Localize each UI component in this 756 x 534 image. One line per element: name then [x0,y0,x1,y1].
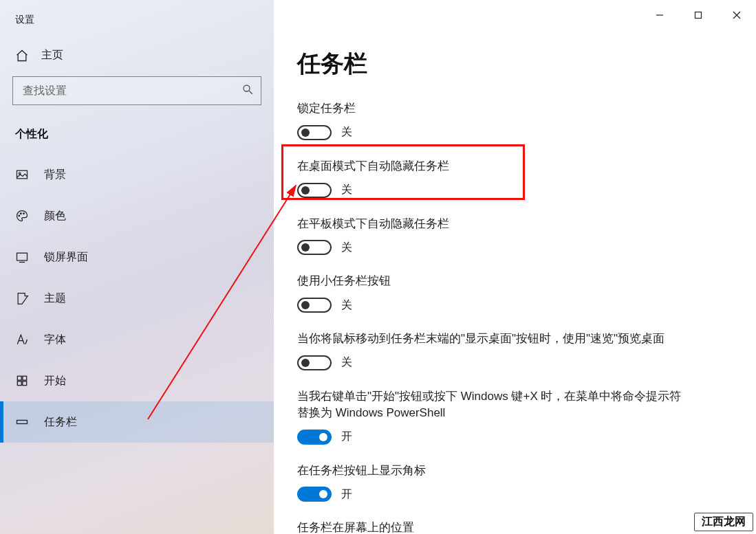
svg-rect-10 [17,376,21,380]
sidebar-item-start[interactable]: 开始 [0,360,274,401]
minimize-button[interactable] [640,0,679,30]
maximize-button[interactable] [679,0,717,30]
window-title: 设置 [15,14,34,26]
setting-label: 在桌面模式下自动隐藏任务栏 [297,158,682,175]
toggle-state: 关 [341,298,352,313]
setting-label: 在平板模式下自动隐藏任务栏 [297,216,682,232]
home-label: 主页 [41,48,63,63]
watermark: 江西龙网 [694,513,753,531]
sidebar-item-taskbar[interactable]: 任务栏 [0,401,274,443]
toggle-switch[interactable] [297,240,332,255]
setting-item: 当我右键单击"开始"按钮或按下 Windows 键+X 时，在菜单中将命令提示符… [297,388,735,445]
search-input[interactable] [23,85,241,97]
setting-item: 在桌面模式下自动隐藏任务栏关 [297,158,735,198]
font-icon [15,333,34,346]
toggle-switch[interactable] [297,125,332,140]
sidebar: 设置 主页 个性化 背景 [0,0,274,534]
search-box[interactable] [12,76,261,105]
toggle-state: 关 [341,355,352,370]
page-title: 任务栏 [297,48,735,80]
taskbar-position-setting: 任务栏在屏幕上的位置 [297,520,735,534]
toggle-state: 关 [341,241,352,255]
image-icon [15,168,34,181]
setting-label: 使用小任务栏按钮 [297,273,682,289]
svg-rect-7 [17,253,28,260]
sidebar-item-lockscreen[interactable]: 锁屏界面 [0,236,274,278]
setting-item: 当你将鼠标移动到任务栏末端的"显示桌面"按钮时，使用"速览"预览桌面关 [297,331,735,370]
toggle-switch[interactable] [297,298,332,313]
sidebar-item-label: 开始 [44,374,66,388]
svg-rect-14 [17,421,28,424]
search-icon [241,83,254,98]
sidebar-item-colors[interactable]: 颜色 [0,195,274,236]
svg-point-3 [19,173,21,175]
toggle-switch[interactable] [297,430,332,445]
svg-point-5 [21,213,22,214]
sidebar-item-background[interactable]: 背景 [0,154,274,195]
setting-item: 使用小任务栏按钮关 [297,273,735,313]
palette-icon [15,209,34,223]
sidebar-item-label: 背景 [44,168,66,182]
start-icon [15,374,34,388]
sidebar-item-label: 颜色 [44,209,66,223]
svg-point-4 [19,215,20,216]
toggle-state: 关 [341,183,352,197]
lockscreen-icon [15,250,34,264]
sidebar-item-label: 主题 [44,291,66,306]
taskbar-icon [15,415,34,429]
svg-rect-12 [17,381,21,386]
setting-item: 在任务栏按钮上显示角标开 [297,463,735,502]
svg-point-0 [244,85,250,91]
sidebar-item-label: 字体 [44,333,66,347]
close-button[interactable] [717,0,756,30]
setting-label: 任务栏在屏幕上的位置 [297,520,682,534]
sidebar-item-themes[interactable]: 主题 [0,278,274,319]
toggle-switch[interactable] [297,487,332,502]
setting-item: 锁定任务栏关 [297,100,735,140]
setting-label: 锁定任务栏 [297,100,682,117]
section-header: 个性化 [15,127,274,142]
window-controls [640,0,756,30]
svg-rect-13 [23,381,27,386]
svg-rect-16 [695,12,702,19]
svg-point-6 [23,213,25,214]
home-icon [15,49,33,63]
svg-rect-11 [23,376,27,380]
setting-item: 在平板模式下自动隐藏任务栏关 [297,216,735,256]
sidebar-item-label: 任务栏 [44,415,77,430]
toggle-switch[interactable] [297,183,332,198]
setting-label: 当你将鼠标移动到任务栏末端的"显示桌面"按钮时，使用"速览"预览桌面 [297,331,682,347]
svg-line-1 [249,91,252,94]
theme-icon [15,291,34,305]
sidebar-item-fonts[interactable]: 字体 [0,319,274,360]
sidebar-item-label: 锁屏界面 [44,250,88,265]
toggle-state: 关 [341,125,352,140]
setting-label: 当我右键单击"开始"按钮或按下 Windows 键+X 时，在菜单中将命令提示符… [297,388,682,421]
toggle-switch[interactable] [297,355,332,370]
setting-label: 在任务栏按钮上显示角标 [297,463,682,479]
home-link[interactable]: 主页 [15,48,274,63]
toggle-state: 开 [341,487,352,502]
content-area: 任务栏 锁定任务栏关在桌面模式下自动隐藏任务栏关在平板模式下自动隐藏任务栏关使用… [274,0,756,534]
toggle-state: 开 [341,430,352,444]
